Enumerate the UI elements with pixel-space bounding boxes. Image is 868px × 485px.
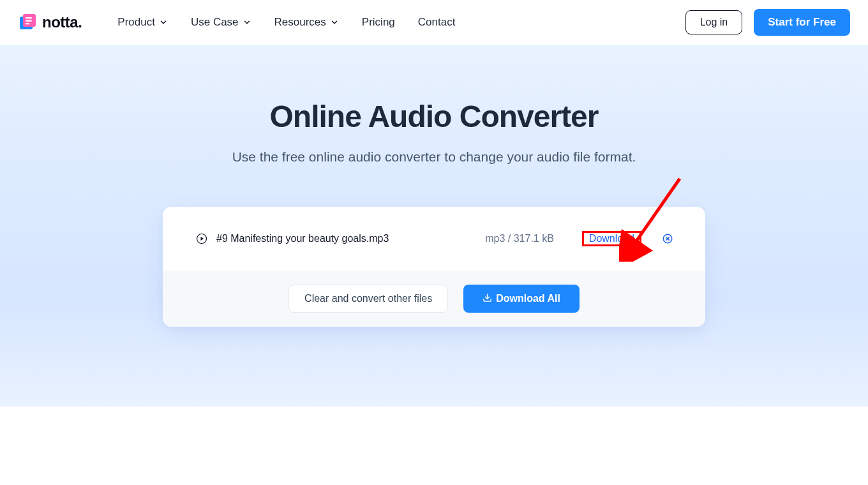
main-nav: Product Use Case Resources Pricing [117,16,455,29]
login-button[interactable]: Log in [685,10,743,34]
file-meta: mp3 / 317.1 kB [485,233,554,244]
nav-resources[interactable]: Resources [274,16,339,29]
svg-rect-3 [26,20,32,22]
svg-marker-6 [201,237,204,241]
nav-product-label: Product [117,16,155,29]
chevron-down-icon [330,18,339,27]
brand-text: notta. [42,13,82,31]
logo-icon [18,13,37,32]
page-title: Online Audio Converter [0,99,868,134]
nav-resources-label: Resources [274,16,326,29]
nav-pricing[interactable]: Pricing [362,16,395,29]
nav-use-case-label: Use Case [191,16,239,29]
nav-contact[interactable]: Contact [418,16,456,29]
play-circle-icon[interactable] [196,233,207,244]
download-icon [483,293,492,305]
download-link[interactable]: Download [584,230,640,246]
nav-use-case[interactable]: Use Case [191,16,251,29]
page-subtitle: Use the free online audio converter to c… [0,149,868,165]
file-name: #9 Manifesting your beauty goals.mp3 [216,233,476,244]
start-free-button[interactable]: Start for Free [754,9,850,36]
download-highlight-box: Download [582,231,641,246]
nav-contact-label: Contact [418,16,456,29]
converter-card: #9 Manifesting your beauty goals.mp3 mp3… [163,207,705,327]
nav-product[interactable]: Product [117,16,168,29]
file-row: #9 Manifesting your beauty goals.mp3 mp3… [163,207,705,271]
hero-section: Online Audio Converter Use the free onli… [0,45,868,407]
logo[interactable]: notta. [18,13,82,32]
chevron-down-icon [243,18,251,27]
clear-button[interactable]: Clear and convert other files [288,285,448,313]
remove-file-icon[interactable] [662,233,673,244]
header-right: Log in Start for Free [685,9,850,36]
svg-rect-4 [26,23,29,24]
card-footer: Clear and convert other files Download A… [163,271,705,327]
svg-rect-2 [26,17,32,19]
download-all-label: Download All [496,293,560,304]
nav-pricing-label: Pricing [362,16,395,29]
chevron-down-icon [159,18,168,27]
header-left: notta. Product Use Case Resources [18,13,455,32]
header: notta. Product Use Case Resources [0,0,868,45]
download-all-button[interactable]: Download All [463,285,580,313]
